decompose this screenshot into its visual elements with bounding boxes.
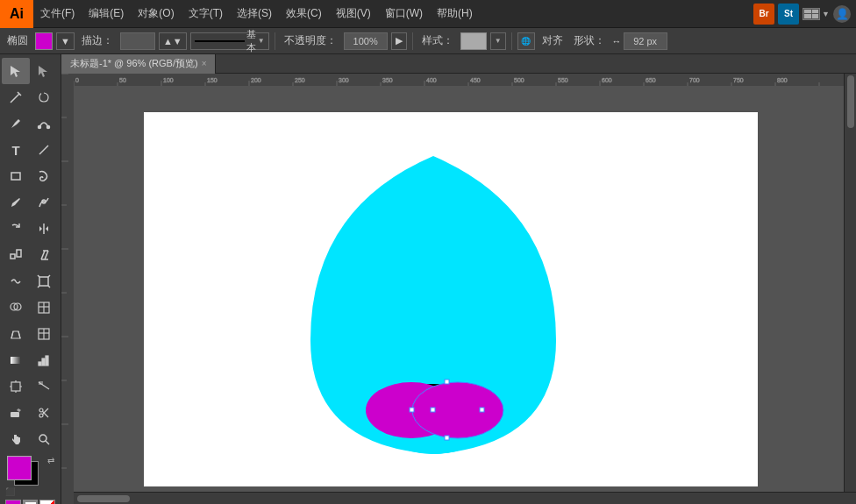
scale-tool[interactable]: [2, 242, 30, 268]
curvature-tool[interactable]: [30, 110, 58, 137]
swatch-area: ⇄ ⬛: [5, 456, 54, 498]
sidebar: T: [0, 54, 61, 504]
svg-text:400: 400: [426, 77, 437, 83]
hand-tool[interactable]: [2, 426, 30, 452]
artboard-tool[interactable]: [2, 373, 30, 400]
tool-row-10: [2, 295, 59, 321]
scrollbar-vertical[interactable]: [844, 74, 856, 492]
svg-rect-5: [11, 173, 20, 180]
line-tool[interactable]: [30, 137, 58, 163]
swap-icon[interactable]: ⇄: [47, 456, 54, 465]
menu-window[interactable]: 窗口(W): [378, 0, 430, 27]
scrollbar-horizontal[interactable]: [74, 492, 856, 504]
ai-logo: Ai: [0, 0, 33, 28]
color-mode-1[interactable]: [5, 500, 21, 504]
warp-tool[interactable]: [2, 268, 30, 295]
scissors-tool[interactable]: [30, 400, 58, 426]
tab-close-button[interactable]: ×: [202, 59, 207, 68]
svg-text:250: 250: [295, 77, 305, 83]
menu-effect[interactable]: 效果(C): [279, 0, 329, 27]
style-label: 样式：: [418, 33, 457, 48]
user-icon[interactable]: 👤: [833, 5, 851, 23]
color-mode-3[interactable]: [39, 500, 55, 504]
shear-tool[interactable]: [30, 242, 58, 268]
svg-text:700: 700: [689, 77, 700, 83]
menu-file[interactable]: 文件(F): [33, 0, 82, 27]
stock-icon[interactable]: St: [778, 4, 799, 25]
perspective-tool[interactable]: [2, 321, 30, 347]
align-label: 对齐: [539, 33, 567, 48]
menu-bar: Ai 文件(F) 编辑(E) 对象(O) 文字(T) 选择(S) 效果(C) 视…: [0, 0, 856, 28]
type-tool[interactable]: T: [2, 137, 30, 163]
opacity-input[interactable]: 100%: [344, 32, 388, 50]
width-input[interactable]: 92 px: [624, 32, 667, 50]
gradient-tool[interactable]: [2, 347, 30, 373]
menu-help[interactable]: 帮助(H): [430, 0, 480, 27]
style-dropdown-arrow: ▼: [258, 37, 265, 45]
svg-marker-0: [11, 66, 20, 77]
smooth-tool[interactable]: [30, 189, 58, 216]
svg-text:500: 500: [514, 77, 524, 83]
shape-builder-tool[interactable]: [2, 295, 30, 321]
svg-rect-9: [17, 250, 21, 257]
pencil-tool[interactable]: [2, 189, 30, 216]
handle-right: [480, 408, 484, 412]
stroke-input[interactable]: [120, 32, 155, 50]
svg-rect-27: [42, 358, 45, 366]
free-transform-tool[interactable]: [30, 268, 58, 295]
bar-graph-tool[interactable]: [30, 347, 58, 373]
pen-tool[interactable]: [2, 110, 30, 137]
lasso-tool[interactable]: [30, 84, 58, 110]
zoom-tool[interactable]: [30, 426, 58, 452]
default-colors-icon[interactable]: ⬛: [5, 487, 15, 496]
svg-point-3: [47, 126, 50, 129]
separator-2: [412, 32, 413, 50]
scrollbar-h-thumb[interactable]: [77, 495, 130, 502]
live-paint-tool[interactable]: [30, 295, 58, 321]
workspace-switcher[interactable]: [802, 8, 820, 20]
opacity-arrow[interactable]: ▶: [391, 32, 407, 50]
direct-select-tool[interactable]: [30, 58, 58, 84]
slice-tool[interactable]: [30, 373, 58, 400]
stroke-label: 描边：: [78, 33, 117, 48]
scrollbar-v-thumb[interactable]: [847, 75, 854, 128]
menu-type[interactable]: 文字(T): [182, 0, 230, 27]
menu-edit[interactable]: 编辑(E): [82, 0, 131, 27]
handle-left: [410, 408, 414, 412]
fill-dropdown[interactable]: ▼: [56, 32, 75, 50]
color-area: ⇄ ⬛ + 🔍: [2, 452, 59, 504]
svg-point-42: [39, 435, 46, 442]
mesh-tool[interactable]: [30, 321, 58, 347]
svg-rect-34: [39, 381, 43, 385]
paintbrush-tool[interactable]: [30, 163, 58, 189]
fill-swatch-main[interactable]: [7, 456, 32, 480]
color-mode-2[interactable]: [23, 500, 39, 504]
document-tab[interactable]: 未标题-1* @ 96% (RGB/预览) ×: [61, 54, 216, 74]
magic-wand-tool[interactable]: [2, 84, 30, 110]
rotate-tool[interactable]: [2, 216, 30, 242]
fill-dropdown-arrow: ▼: [61, 36, 70, 46]
menu-object[interactable]: 对象(O): [131, 0, 181, 27]
rectangle-tool[interactable]: [2, 163, 30, 189]
bridge-icon[interactable]: Br: [753, 4, 774, 25]
style-arrow[interactable]: ▼: [490, 32, 506, 50]
tool-row-1: [2, 58, 59, 84]
workspace-icons: ▼: [802, 8, 830, 20]
menu-view[interactable]: 视图(V): [329, 0, 378, 27]
fill-swatch[interactable]: [35, 32, 53, 50]
stroke-size-arrow: ▲▼: [163, 36, 182, 46]
svg-line-41: [42, 411, 44, 413]
style-swatch[interactable]: [460, 32, 487, 50]
canvas-area[interactable]: 未标题-1* @ 96% (RGB/预览) × 0 50 100 150 200…: [61, 54, 856, 504]
reflect-tool[interactable]: [30, 216, 58, 242]
eraser-tool[interactable]: [2, 400, 30, 426]
style-dropdown-text: 基本: [246, 28, 256, 54]
workspace-arrow[interactable]: ▼: [822, 10, 830, 18]
menu-select[interactable]: 选择(S): [230, 0, 279, 27]
stroke-size-dropdown[interactable]: ▲▼: [159, 32, 187, 50]
select-tool[interactable]: [2, 58, 30, 84]
color-mode-swatches: [5, 500, 55, 504]
style-dropdown[interactable]: 基本 ▼: [190, 32, 269, 50]
separator-1: [275, 32, 275, 50]
globe-icon[interactable]: 🌐: [517, 32, 535, 50]
